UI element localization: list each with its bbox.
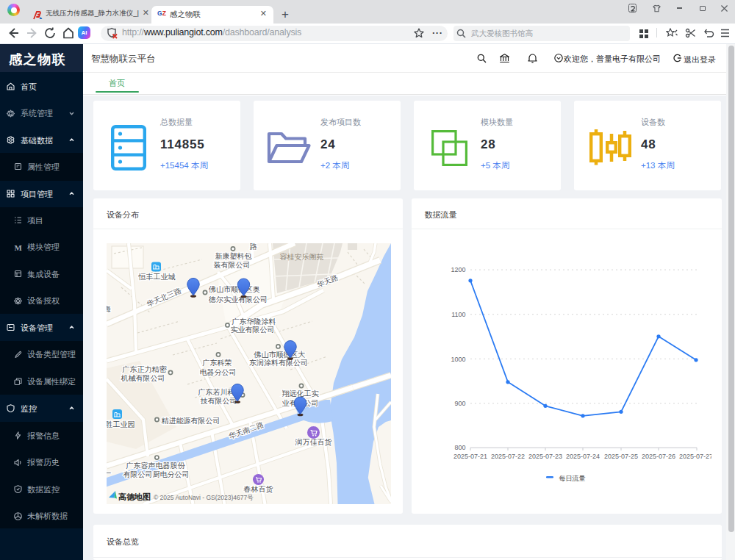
svg-text:2025-07-23: 2025-07-23 (528, 453, 562, 460)
svg-text:路: 路 (249, 243, 257, 251)
svg-text:2025-07-22: 2025-07-22 (491, 453, 525, 460)
svg-text:© 2025 AutoNavi - GS(2023)4677: © 2025 AutoNavi - GS(2023)4677号 (154, 493, 254, 500)
svg-text:1100: 1100 (451, 311, 465, 318)
svg-text:恒丰工业城: 恒丰工业城 (137, 272, 175, 280)
svg-text:有限公司厨电分公司: 有限公司厨电分公司 (123, 470, 189, 478)
svg-text:2025-07-26: 2025-07-26 (642, 453, 675, 460)
svg-text:实业有限公司: 实业有限公司 (230, 325, 274, 333)
svg-text:厂: 厂 (107, 472, 111, 480)
svg-text:东润涂料有限公司: 东润涂料有限公司 (249, 359, 308, 367)
svg-text:2025-07-24: 2025-07-24 (566, 453, 600, 460)
svg-text:800: 800 (454, 444, 465, 451)
svg-text:M: M (15, 243, 23, 251)
svg-text:海: 海 (107, 305, 111, 313)
svg-text:佛山市顺德区大: 佛山市顺德区大 (253, 350, 305, 358)
svg-text:装有限公司: 装有限公司 (213, 261, 250, 269)
svg-text:广东科荣: 广东科荣 (202, 359, 232, 367)
svg-text:新康塑料包: 新康塑料包 (215, 251, 251, 259)
svg-text:2025-07-21: 2025-07-21 (453, 453, 487, 460)
svg-text:机械有限公司: 机械有限公司 (121, 373, 165, 381)
svg-text:2025-07-25: 2025-07-25 (604, 453, 638, 460)
svg-text:润万佳百货: 润万佳百货 (294, 437, 331, 445)
svg-text:高德地图: 高德地图 (118, 492, 151, 501)
svg-text:广东若川科: 广东若川科 (198, 387, 234, 395)
svg-text:900: 900 (454, 400, 465, 407)
svg-text:翔远化工实: 翔远化工实 (282, 389, 319, 397)
svg-text:2025-07-27: 2025-07-27 (679, 453, 711, 460)
svg-text:德尔实业有限公司: 德尔实业有限公司 (208, 295, 268, 303)
svg-text:广东华隆涂料: 广东华隆涂料 (232, 317, 276, 325)
svg-text:每日流量: 每日流量 (559, 474, 586, 481)
svg-text:佛山市顺德区奥: 佛山市顺德区奥 (208, 284, 260, 292)
svg-text:技有限公司: 技有限公司 (200, 396, 237, 404)
svg-text:1200: 1200 (451, 266, 465, 273)
svg-text:春林百货: 春林百货 (243, 485, 273, 493)
svg-text:精进能源有限公司: 精进能源有限公司 (161, 416, 220, 424)
svg-text:广东容声电器股份: 广东容声电器股份 (126, 461, 185, 469)
svg-text:电器分公司: 电器分公司 (199, 367, 236, 376)
svg-text:胜工业园: 胜工业园 (107, 420, 135, 428)
svg-text:广东正力精密: 广东正力精密 (122, 365, 167, 373)
svg-text:容桂安乐阁苑: 容桂安乐阁苑 (279, 252, 323, 260)
svg-text:1000: 1000 (451, 355, 465, 362)
